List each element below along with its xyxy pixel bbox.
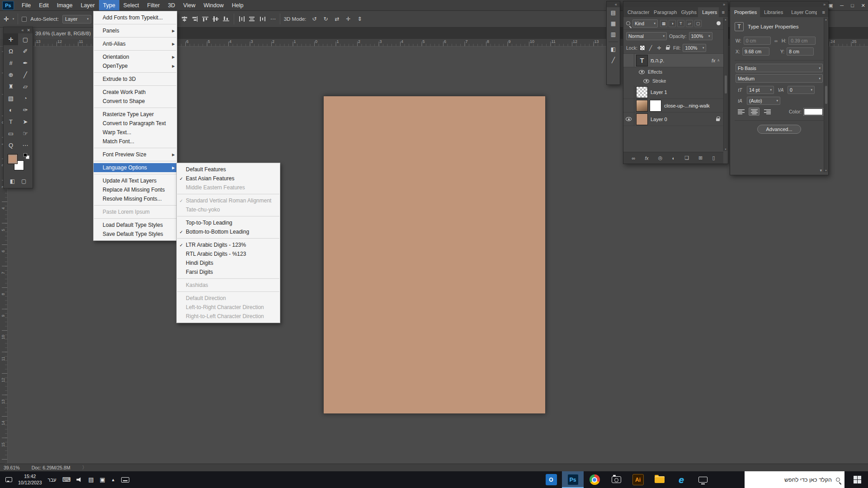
tool-crop[interactable]: # [4, 57, 18, 69]
distribute-spacing-button[interactable] [259, 15, 267, 23]
menu-file[interactable]: File [18, 0, 35, 10]
tool-zoom[interactable]: Q [4, 139, 18, 151]
layer-style-icon[interactable]: fx [645, 155, 648, 161]
lock-position-icon[interactable]: ✛ [656, 45, 662, 51]
distribute-horizontal-button[interactable] [238, 15, 246, 23]
panel-drag-bar[interactable]: » [623, 1, 728, 7]
type-menu-item-create-work-path[interactable]: Create Work Path [94, 88, 177, 97]
lock-paint-icon[interactable]: ╱ [647, 45, 654, 51]
tab-character[interactable]: Character [623, 7, 650, 17]
tool-dodge[interactable]: ◐ [4, 104, 18, 116]
taskbar-app-illustrator[interactable]: Ai [627, 471, 649, 488]
panel-drag-bar[interactable]: » [730, 1, 828, 7]
taskbar-app-chrome[interactable] [584, 471, 605, 488]
taskbar-app-ie[interactable]: e [670, 471, 692, 488]
tab-properties[interactable]: Properties [730, 7, 760, 17]
type-menu-item-language-options[interactable]: Language Options▶ [94, 163, 177, 172]
visibility-toggle[interactable] [623, 85, 634, 99]
scroll-thumb[interactable] [725, 75, 727, 94]
tool-hand[interactable]: ☞ [18, 127, 33, 139]
scroll-down-icon[interactable]: ▼ [825, 169, 827, 172]
align-text-center-button[interactable] [749, 108, 760, 116]
type-menu-item-font-preview-size[interactable]: Font Preview Size▶ [94, 150, 177, 159]
tab-libraries[interactable]: Libraries [760, 7, 787, 17]
layer-row-item[interactable]: Tק.ה.מ.fx∧ [623, 54, 723, 67]
tray-app-icon[interactable]: ▣ [99, 476, 105, 483]
3d-roll-icon[interactable]: ↻ [321, 16, 330, 22]
delete-layer-icon[interactable]: ▯ [712, 155, 715, 161]
panel-menu-icon[interactable]: ≡ [719, 7, 728, 17]
tool-pen[interactable]: ✑ [18, 104, 33, 116]
filter-adjustment-layers-icon[interactable]: ◑ [669, 20, 676, 27]
eye-icon[interactable] [639, 70, 645, 74]
font-size-field[interactable]: 14 pt ▾ [747, 86, 774, 94]
tool-eraser[interactable]: ▱ [18, 80, 33, 92]
type-menu-item-anti-alias[interactable]: Anti-Alias▶ [94, 39, 177, 48]
keyboard-icon[interactable]: ⌨ [62, 476, 71, 483]
taskbar-app-photoshop[interactable]: Ps [562, 471, 584, 488]
fill-field[interactable]: 100% ▾ [683, 44, 706, 52]
language-option-farsi-digits[interactable]: Farsi Digits [177, 267, 280, 277]
filter-smart-objects-icon[interactable]: ▢ [694, 20, 702, 27]
link-layers-icon[interactable]: ∞ [632, 155, 636, 161]
scroll-up-icon[interactable]: ▲ [725, 18, 727, 21]
scroll-up-icon[interactable]: ▲ [825, 18, 827, 21]
screen-mode-icon[interactable]: ▢ [21, 178, 26, 184]
tab-paragraph[interactable]: Paragraph [650, 7, 677, 17]
menu-filter[interactable]: Filter [143, 0, 164, 10]
collapse-panel-icon[interactable]: « [21, 28, 24, 33]
new-layer-icon[interactable]: ⊞ [698, 155, 703, 161]
close-panel-icon[interactable]: ✕ [27, 28, 30, 33]
new-group-icon[interactable]: ❏ [684, 155, 689, 161]
language-option-east-asian-features[interactable]: ✓East Asian Features [177, 174, 280, 183]
maximize-button[interactable]: □ [851, 3, 854, 8]
touch-keyboard-icon[interactable] [121, 477, 129, 483]
filter-pixel-layers-icon[interactable]: ▦ [660, 20, 667, 27]
tool-path-selection[interactable]: ➤ [18, 116, 33, 127]
align-horizontal-centers-button[interactable] [180, 15, 189, 23]
eye-icon[interactable] [643, 79, 649, 83]
gradients-panel-icon[interactable]: ▥ [607, 29, 620, 40]
foreground-color-swatch[interactable] [8, 154, 18, 164]
link-dimensions-icon[interactable]: ∞ [773, 38, 779, 43]
blend-mode-dropdown[interactable]: Normal ▾ [626, 32, 667, 40]
scroll-thumb[interactable] [825, 86, 827, 104]
scrollbar[interactable]: ▲ ▼ [723, 18, 727, 151]
usb-eject-icon[interactable]: ▤ [88, 476, 94, 483]
action-center-icon[interactable] [5, 477, 12, 482]
x-field[interactable]: 9.68 cm [742, 47, 769, 56]
filter-shape-layers-icon[interactable]: ▱ [686, 20, 693, 27]
layer-effect-stroke[interactable]: Stroke [623, 76, 723, 85]
width-field[interactable]: 0 cm [744, 37, 771, 45]
language-option-bottom-to-bottom-leading[interactable]: ✓Bottom-to-Bottom Leading [177, 227, 280, 236]
align-vertical-centers-button[interactable] [212, 15, 220, 23]
3d-rotate-icon[interactable]: ↺ [310, 16, 319, 22]
layer-row-layer-1[interactable]: Layer 1 [623, 85, 723, 99]
text-color-swatch[interactable] [804, 108, 823, 115]
type-menu-item-orientation[interactable]: Orientation▶ [94, 52, 177, 61]
y-field[interactable]: 8 cm [787, 47, 814, 56]
tab-glyphs[interactable]: Glyphs [677, 7, 698, 17]
document-canvas[interactable] [323, 96, 546, 414]
type-menu-item-load-default-type-styles[interactable]: Load Default Type Styles [94, 221, 177, 230]
tool-preset-caret-icon[interactable]: ▾ [13, 17, 14, 21]
menu-3d[interactable]: 3D [164, 0, 179, 10]
type-menu-item-save-default-type-styles[interactable]: Save Default Type Styles [94, 230, 177, 239]
layer-effect-effects[interactable]: Effects [623, 67, 723, 76]
type-menu-item-add-fonts-from-typekit[interactable]: Add Fonts from Typekit... [94, 13, 177, 22]
3d-drag-icon[interactable]: ⇄ [333, 16, 342, 22]
menu-help[interactable]: Help [228, 0, 248, 10]
menu-select[interactable]: Select [119, 0, 143, 10]
tool-rectangle[interactable]: ▭ [4, 127, 18, 139]
color-panel-icon[interactable]: ▤ [607, 7, 620, 18]
language-option-top-to-top-leading[interactable]: Top-to-Top Leading [177, 218, 280, 227]
auto-select-checkbox[interactable] [22, 17, 27, 22]
align-bottom-edges-button[interactable] [222, 15, 230, 23]
more-options-icon[interactable]: ⋯ [270, 16, 276, 22]
expand-panels-icon[interactable]: « [615, 2, 617, 7]
tool-lasso[interactable]: Ω [4, 45, 18, 57]
align-top-edges-button[interactable] [201, 15, 209, 23]
visibility-toggle[interactable] [623, 113, 634, 126]
status-menu-chevron-icon[interactable]: 〉 [82, 465, 87, 471]
type-menu-item-extrude-to-3d[interactable]: Extrude to 3D [94, 75, 177, 84]
